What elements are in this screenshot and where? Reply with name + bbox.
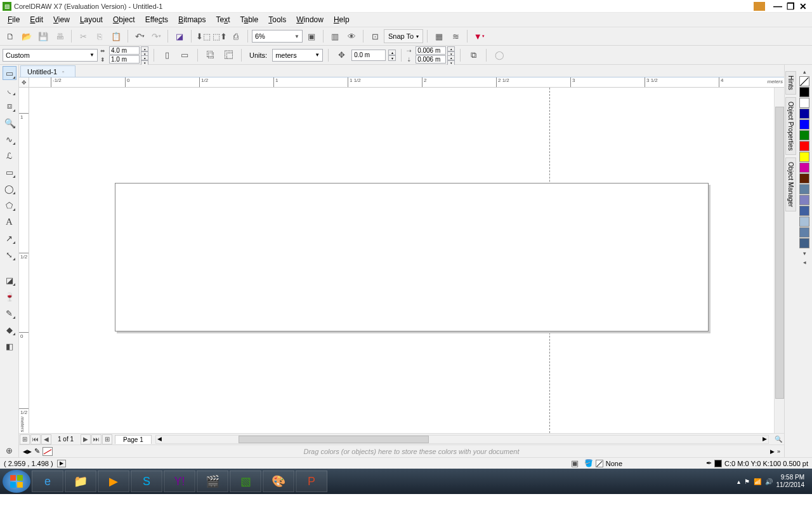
open-button[interactable]: 📂	[19, 29, 34, 44]
color-proof-icon[interactable]: ▣	[569, 458, 580, 469]
last-page-button[interactable]: ⏭	[91, 434, 102, 444]
show-rulers-button[interactable]: ▥	[327, 29, 343, 44]
palette-nav-left-icon[interactable]: ◀▶	[23, 448, 32, 455]
scroll-left-icon[interactable]: ◀	[157, 436, 162, 442]
user-badge-icon[interactable]	[754, 2, 765, 11]
cut-button[interactable]: ✂	[75, 29, 91, 44]
color-swatch[interactable]	[799, 238, 809, 248]
text-tool[interactable]: A	[3, 215, 16, 229]
no-fill-swatch[interactable]	[799, 76, 809, 86]
minimize-button[interactable]: —	[771, 1, 784, 11]
redo-button[interactable]: ↷ ▾	[148, 29, 164, 44]
units-select[interactable]: meters▼	[272, 49, 323, 62]
import-button[interactable]: ⬇⬚	[195, 29, 211, 44]
tray-volume-icon[interactable]: 🔊	[765, 478, 773, 485]
docker-tab-hints[interactable]: Hints	[785, 71, 796, 95]
palette-expand-icon[interactable]: »	[777, 448, 780, 455]
color-eyedropper-tool[interactable]: ✎	[3, 306, 16, 320]
portrait-button[interactable]: ▯	[159, 48, 174, 63]
palette-expand-icon[interactable]: ◂	[803, 258, 806, 267]
zoom-tool[interactable]: 🔍	[3, 116, 16, 130]
menu-bitmaps[interactable]: Bitmaps	[173, 14, 211, 25]
taskbar-skype-icon[interactable]: S	[131, 471, 162, 492]
publish-pdf-button[interactable]: ⎙	[228, 29, 244, 44]
export-button[interactable]: ⬚⬆	[212, 29, 227, 44]
color-swatch[interactable]	[799, 109, 809, 119]
add-page-start-button[interactable]: ⊞	[20, 434, 30, 444]
treat-as-filled-button[interactable]: ⧉	[466, 48, 481, 63]
rectangle-tool[interactable]: ▭	[3, 165, 16, 179]
play-icon[interactable]: ▶	[57, 460, 66, 467]
taskbar-yahoo-icon[interactable]: Y!	[164, 471, 195, 492]
menu-tools[interactable]: Tools	[263, 14, 291, 25]
color-swatch[interactable]	[799, 98, 809, 108]
copy-button[interactable]: ⎘	[92, 29, 107, 44]
show-grid-button[interactable]: 👁	[344, 29, 359, 44]
ellipse-tool[interactable]: ◯	[3, 182, 16, 196]
menu-file[interactable]: File	[3, 14, 25, 25]
drop-shadow-tool[interactable]: ◪	[3, 273, 16, 287]
quick-customize-button[interactable]: ⊕	[3, 443, 16, 457]
menu-effects[interactable]: Effects	[140, 14, 173, 25]
launch-button[interactable]: ≋	[448, 29, 463, 44]
height-spinner[interactable]: ▴▾	[141, 55, 148, 64]
color-swatch[interactable]	[799, 217, 809, 227]
close-button[interactable]: ✕	[797, 1, 809, 11]
eyedropper-icon[interactable]: ✎	[34, 447, 40, 455]
paste-button[interactable]: 📋	[108, 29, 124, 44]
nudge-spinner[interactable]: ▴▾	[388, 50, 396, 61]
current-page-button[interactable]: ⿸	[221, 48, 236, 63]
color-swatch[interactable]	[799, 141, 809, 151]
navigator-button[interactable]: 🔍	[773, 434, 784, 444]
parallel-dimension-tool[interactable]: ↗	[3, 231, 16, 245]
palette-nav-right-icon[interactable]: ▶	[770, 448, 775, 455]
color-swatch[interactable]	[799, 163, 809, 173]
nudge-distance-input[interactable]: 0.0 m	[351, 50, 386, 61]
color-swatch[interactable]	[799, 119, 809, 130]
crop-tool[interactable]: ⧈	[3, 99, 16, 113]
color-swatch[interactable]	[799, 87, 809, 97]
maximize-button[interactable]: ❐	[784, 1, 797, 11]
menu-edit[interactable]: Edit	[25, 14, 48, 25]
palette-up-icon[interactable]: ▴	[803, 67, 806, 76]
drawing-canvas[interactable]	[29, 88, 774, 433]
fullscreen-preview-button[interactable]: ▣	[304, 29, 319, 44]
color-swatch[interactable]	[799, 206, 809, 216]
menu-text[interactable]: Text	[211, 14, 235, 25]
outline-indicator[interactable]: ✒ C:0 M:0 Y:0 K:100 0.500 pt	[706, 459, 808, 467]
taskbar-coreldraw-icon[interactable]: ▧	[230, 471, 261, 492]
taskbar-mediaplayer-icon[interactable]: ▶	[98, 471, 129, 492]
transparency-tool[interactable]: 🍷	[3, 290, 16, 304]
dup-x-spinner[interactable]: ▴▾	[447, 46, 455, 55]
color-swatch[interactable]	[799, 227, 809, 237]
fill-indicator[interactable]: 🪣 None	[584, 459, 622, 467]
taskbar-moviemaker-icon[interactable]: 🎬	[197, 471, 228, 492]
width-spinner[interactable]: ▴▾	[141, 46, 148, 55]
freehand-tool[interactable]: ∿	[3, 132, 16, 146]
options-icon[interactable]: ◯	[492, 48, 507, 63]
first-page-button[interactable]: ⏮	[30, 434, 41, 444]
search-content-button[interactable]: ◪	[172, 29, 187, 44]
connector-tool[interactable]: ⤡	[3, 248, 16, 262]
page-size-select[interactable]: Custom▼	[3, 49, 98, 62]
color-swatch[interactable]	[799, 152, 809, 162]
menu-window[interactable]: Window	[291, 14, 329, 25]
dup-y-input[interactable]: 0.006 m	[416, 55, 446, 64]
docker-tab-object-manager[interactable]: Object Manager	[785, 157, 796, 211]
color-swatch[interactable]	[799, 195, 809, 205]
document-tab[interactable]: Untitled-1 ▫	[20, 65, 75, 77]
page-height-input[interactable]: 1.0 m	[109, 55, 140, 64]
shape-tool[interactable]: ◟	[3, 83, 16, 97]
pick-tool[interactable]: ▭	[3, 66, 16, 80]
ruler-origin[interactable]: ✥	[19, 77, 29, 88]
all-pages-button[interactable]: ⿻	[203, 48, 218, 63]
taskbar-explorer-icon[interactable]: 📁	[65, 471, 96, 492]
dup-x-input[interactable]: 0.006 m	[416, 46, 446, 55]
artistic-media-tool[interactable]: ℒ	[3, 149, 16, 163]
next-page-button[interactable]: ▶	[81, 434, 91, 444]
app-launcher-button[interactable]: ▼ ▾	[471, 29, 487, 44]
color-swatch[interactable]	[799, 130, 809, 140]
save-button[interactable]: 💾	[36, 29, 51, 44]
polygon-tool[interactable]: ⬠	[3, 198, 16, 212]
print-button[interactable]: 🖶	[52, 29, 67, 44]
